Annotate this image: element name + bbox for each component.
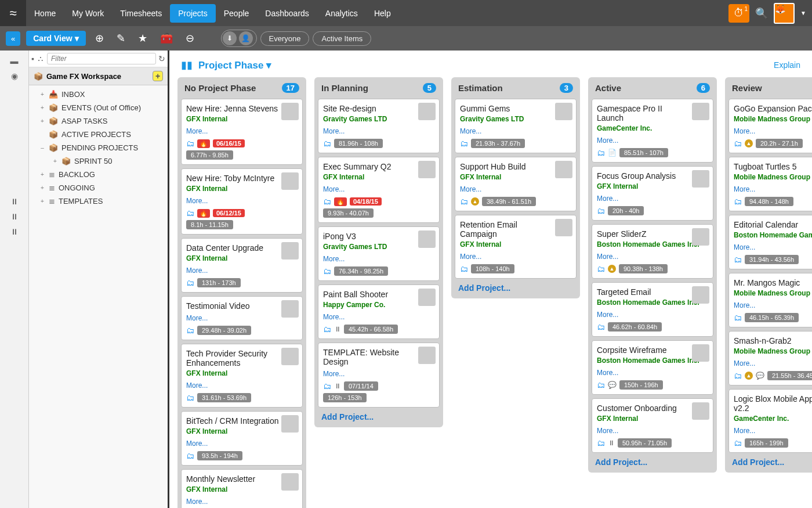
explain-link[interactable]: Explain [774,60,800,70]
sidebar-filter-input[interactable] [47,53,156,64]
project-card[interactable]: GoGo Expansion PackMobile Madness Group … [728,99,812,153]
add-project-link[interactable]: Add Project... [451,279,580,293]
add-workspace-button[interactable]: + [153,71,163,81]
folder-icon[interactable]: 🗂 [597,206,605,215]
assignee-avatar[interactable] [692,344,709,362]
card-more-link[interactable]: More... [323,370,345,378]
card-more-link[interactable]: More... [597,136,618,145]
assignee-avatar[interactable] [281,473,299,491]
view-selector[interactable]: Card View ▾ [26,31,85,46]
card-more-link[interactable]: More... [734,185,755,193]
card-more-link[interactable]: More... [186,197,208,205]
card-more-link[interactable]: More... [323,313,345,321]
briefcase-icon[interactable]: 🧰 [157,32,176,45]
card-more-link[interactable]: More... [186,266,208,275]
card-more-link[interactable]: More... [323,127,345,135]
pause-icon[interactable]: ⏸ [10,227,19,236]
tree-node[interactable]: 📦ACTIVE PROJECTS [29,128,168,141]
card-more-link[interactable]: More... [186,439,208,448]
app-logo[interactable]: ≈ [0,0,26,26]
expand-icon[interactable]: + [39,118,45,124]
project-card[interactable]: New Hire: Toby McIntyreGFX InternalMore.… [181,168,303,235]
sitemap-icon[interactable]: ⛬ [37,54,45,63]
card-more-link[interactable]: More... [597,194,618,203]
folder-icon[interactable]: 🗂 [323,381,331,391]
tree-node[interactable]: +≣TEMPLATES [29,194,168,208]
project-card[interactable]: Editorial CalendarBoston Homemade Games … [728,215,812,269]
filter-funnel[interactable]: ⬇👤 [221,30,257,47]
folder-icon[interactable]: 🗂 [186,393,194,402]
project-card[interactable]: Monthly NewsletterGFX InternalMore...🗂 [181,469,303,508]
project-card[interactable]: TEMPLATE: Website DesignMore...🗂⏸07/11/1… [318,343,440,408]
tree-node[interactable]: +📦SPRINT 50 [29,154,168,168]
disable-icon[interactable]: ⊖ [182,32,198,45]
assignee-avatar[interactable] [692,286,709,304]
nav-timesheets[interactable]: Timesheets [112,2,170,25]
card-more-link[interactable]: More... [460,253,481,261]
project-card[interactable]: Corpsite WireframeBoston Homemade Games … [592,340,713,395]
sidebar-icon[interactable]: ▪ [31,54,34,63]
tree-node[interactable]: +📥INBOX [29,88,168,101]
project-card[interactable]: Mr. Mangos MagicMobile Madness Group Inc… [728,273,812,327]
assignee-avatar[interactable] [281,415,299,433]
card-more-link[interactable]: More... [323,185,345,193]
expand-icon[interactable]: + [39,171,45,178]
assignee-avatar[interactable] [281,103,299,120]
notification-bell[interactable]: ⏱1 [728,4,749,23]
search-icon[interactable]: 🔍 [755,7,768,20]
folder-icon[interactable]: 🗂 [186,208,194,218]
project-card[interactable]: Smash-n-Grab2Mobile Madness Group Inc.Mo… [728,331,812,385]
nav-people[interactable]: People [216,2,258,25]
pause-icon[interactable]: ⏸ [10,212,19,221]
project-card[interactable]: Tech Provider Security EnhancementsGFX I… [181,344,303,408]
nav-home[interactable]: Home [26,2,64,25]
card-more-link[interactable]: More... [186,127,208,135]
board-title[interactable]: Project Phase ▾ [198,59,271,71]
folder-icon[interactable]: 🗂 [323,139,331,148]
user-menu-caret[interactable]: ▼ [800,10,806,16]
folder-icon[interactable]: 🗂 [597,264,605,273]
expand-icon[interactable]: + [39,105,45,111]
workspace-header[interactable]: 📦 Game FX Workspace + [29,67,168,85]
folder-icon[interactable]: 🗂 [460,197,468,206]
project-card[interactable]: Gummi GemsGravity Games LTDMore...🗂21.93… [455,99,577,153]
star-icon[interactable]: ★ [135,32,151,45]
pause-icon[interactable]: ⏸ [10,197,19,206]
assignee-avatar[interactable] [281,242,299,260]
folder-icon[interactable]: 🗂 [734,139,742,148]
project-card[interactable]: iPong V3Gravity Games LTDMore...🗂76.34h … [318,226,440,281]
nav-projects[interactable]: Projects [170,4,216,23]
assignee-avatar[interactable] [555,219,572,236]
card-more-link[interactable]: More... [186,381,208,390]
project-card[interactable]: Exec Summary Q2GFX InternalMore...🗂🔥04/1… [318,157,440,223]
project-card[interactable]: Retention Email CampaignGFX InternalMore… [455,215,577,279]
project-card[interactable]: Focus Group AnalysisGFX InternalMore...🗂… [592,166,713,221]
assignee-avatar[interactable] [692,228,709,246]
folder-icon[interactable]: 🗂 [323,197,331,206]
filter-everyone[interactable]: Everyone [260,31,310,46]
assignee-avatar[interactable] [418,289,436,306]
project-card[interactable]: Customer OnboardingGFX InternalMore...🗂⏸… [592,398,713,453]
card-more-link[interactable]: More... [734,127,755,135]
rail-icon[interactable]: ▬ [10,56,19,66]
tree-node[interactable]: +≣ONGOING [29,181,168,194]
rail-icon[interactable]: ◉ [11,71,18,81]
project-card[interactable]: Tugboat Turtles 5Mobile Madness Group In… [728,157,812,211]
assignee-avatar[interactable] [418,347,436,364]
expand-icon[interactable]: – [39,145,45,151]
folder-icon[interactable]: 🗂 [186,326,194,335]
project-card[interactable]: Support Hub BuildGFX InternalMore...🗂▲38… [455,157,577,211]
expand-icon[interactable]: + [39,198,45,204]
project-card[interactable]: Site Re-designGravity Games LTDMore...🗂8… [318,99,440,153]
expand-icon[interactable]: + [39,185,45,191]
card-more-link[interactable]: More... [734,359,755,368]
card-more-link[interactable]: More... [597,369,618,377]
add-icon[interactable]: ⊕ [92,32,107,45]
assignee-avatar[interactable] [692,170,709,188]
card-more-link[interactable]: More... [734,427,755,435]
card-more-link[interactable]: More... [186,314,208,322]
folder-icon[interactable]: 🗂 [597,322,605,332]
assignee-avatar[interactable] [418,103,436,120]
tree-node[interactable]: +≣BACKLOG [29,168,168,181]
assignee-avatar[interactable] [555,103,572,120]
